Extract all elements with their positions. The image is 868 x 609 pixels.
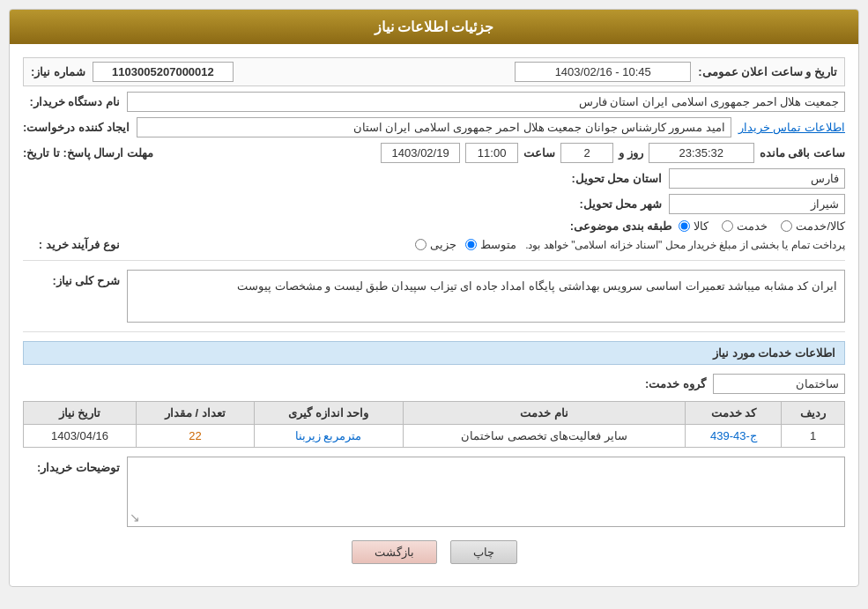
divider-2: [23, 331, 845, 332]
resize-icon: ↘: [130, 510, 140, 524]
deadline-days-label: روز و: [619, 146, 643, 160]
buyer-notes-row: ↘ توضیحات خریدار:: [23, 457, 845, 527]
order-number-label: شماره نیاز:: [31, 65, 85, 78]
buyer-notes-box: ↘: [127, 457, 845, 527]
table-row: 1ج-43-439سایر فعالیت‌های تخصصی ساختمانمت…: [24, 425, 845, 448]
description-label: شرح کلی نیاز:: [23, 270, 120, 287]
order-number-value: 1103005207000012: [93, 62, 234, 82]
creator-contact-link[interactable]: اطلاعات تماس خریدار: [738, 121, 845, 134]
buttons-row: چاپ بازگشت: [23, 540, 845, 564]
buyer-org-row: جمعیت هلال احمر جمهوری اسلامی ایران استا…: [23, 92, 845, 112]
deadline-label: مهلت ارسال پاسخ: تا تاریخ:: [23, 146, 153, 160]
deadline-countdown: 23:35:32: [649, 143, 754, 163]
service-group-label: گروه خدمت:: [609, 377, 706, 390]
process-option-jozii[interactable]: جزیی: [415, 238, 456, 251]
city-row: شیراز شهر محل تحویل:: [23, 194, 845, 214]
col-header-qty: تعداد / مقدار: [137, 402, 255, 425]
process-row: پرداخت تمام یا بخشی از مبلغ خریدار محل "…: [23, 238, 845, 251]
col-header-code: کد خدمت: [686, 402, 782, 425]
col-header-name: نام خدمت: [403, 402, 686, 425]
province-label: استان محل تحویل:: [565, 172, 662, 185]
deadline-row: ساعت باقی مانده 23:35:32 روز و 2 ساعت 11…: [23, 143, 845, 163]
col-header-unit: واحد اندازه گیری: [254, 402, 403, 425]
divider-1: [23, 260, 845, 261]
creator-row: اطلاعات تماس خریدار امید مسرور کارشناس ج…: [23, 117, 845, 137]
description-text: ایران کد مشابه میباشد تعمیرات اساسی سروی…: [127, 270, 845, 323]
deadline-countdown-label: ساعت باقی مانده: [760, 146, 845, 160]
description-row: ایران کد مشابه میباشد تعمیرات اساسی سروی…: [23, 270, 845, 323]
province-value: فارس: [669, 168, 845, 189]
deadline-days: 2: [560, 143, 613, 163]
buyer-org-value: جمعیت هلال احمر جمهوری اسلامی ایران استا…: [127, 92, 845, 112]
deadline-time-label: ساعت: [523, 146, 555, 160]
process-label: نوع فرآیند خرید :: [23, 238, 120, 251]
announce-date-block: تاریخ و ساعت اعلان عمومی: 1403/02/16 - 1…: [515, 62, 837, 82]
category-option-khadamat[interactable]: خدمت: [722, 219, 768, 233]
creator-label: ایجاد کننده درخواست:: [23, 121, 130, 134]
col-header-row: ردیف: [782, 402, 845, 425]
process-option-motavaset[interactable]: متوسط: [465, 238, 516, 251]
province-row: فارس استان محل تحویل:: [23, 168, 845, 189]
announce-date-label: تاریخ و ساعت اعلان عمومی:: [698, 65, 837, 78]
process-note: پرداخت تمام یا بخشی از مبلغ خریدار محل "…: [525, 239, 845, 251]
buyer-org-label: نام دستگاه خریدار:: [23, 95, 120, 108]
back-button[interactable]: بازگشت: [352, 540, 437, 564]
announce-info-bar: تاریخ و ساعت اعلان عمومی: 1403/02/16 - 1…: [23, 57, 845, 86]
services-section-title: اطلاعات خدمات مورد نیاز: [23, 341, 845, 365]
category-option-kala-khadamat[interactable]: کالا/خدمت: [781, 219, 845, 233]
deadline-time: 11:00: [465, 143, 518, 163]
services-table: ردیف کد خدمت نام خدمت واحد اندازه گیری ت…: [23, 401, 845, 448]
city-label: شهر محل تحویل:: [565, 197, 662, 211]
announce-date-value: 1403/02/16 - 10:45: [515, 62, 691, 82]
order-number-block: 1103005207000012 شماره نیاز:: [31, 62, 234, 82]
city-value: شیراز: [669, 194, 845, 214]
category-label: طبقه بندی موضوعی:: [570, 219, 672, 233]
page-title: جزئیات اطلاعات نیاز: [375, 19, 494, 34]
print-button[interactable]: چاپ: [450, 540, 517, 564]
buyer-notes-label: توضیحات خریدار:: [23, 457, 120, 474]
page-header: جزئیات اطلاعات نیاز: [10, 10, 858, 44]
creator-value: امید مسرور کارشناس جوانان جمعیت هلال احم…: [137, 117, 731, 137]
category-option-kala[interactable]: کالا: [679, 219, 708, 233]
col-header-date: تاریخ نیاز: [24, 402, 137, 425]
deadline-date: 1403/02/19: [381, 143, 460, 163]
service-group-row: ساختمان گروه خدمت:: [23, 374, 845, 394]
category-row: کالا/خدمت خدمت کالا طبقه بندی موضوعی:: [23, 219, 845, 233]
service-group-value: ساختمان: [713, 374, 845, 394]
